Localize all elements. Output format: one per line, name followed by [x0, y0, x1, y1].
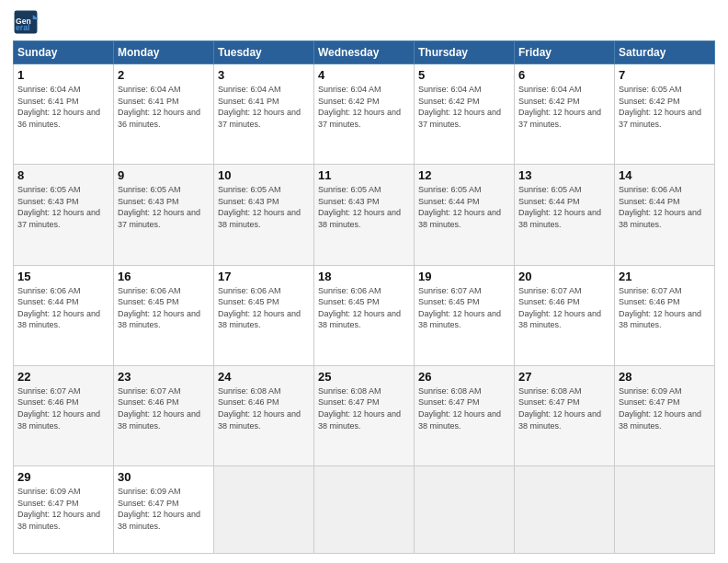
calendar-day-cell: 7Sunrise: 6:05 AMSunset: 6:42 PMDaylight… [615, 64, 715, 165]
calendar-day-cell: 19Sunrise: 6:07 AMSunset: 6:45 PMDayligh… [415, 265, 515, 365]
calendar-day-header: Wednesday [314, 41, 415, 64]
day-info: Sunrise: 6:08 AMSunset: 6:47 PMDaylight:… [318, 385, 410, 431]
day-info: Sunrise: 6:05 AMSunset: 6:43 PMDaylight:… [17, 184, 109, 230]
day-number: 2 [118, 68, 210, 82]
day-info: Sunrise: 6:05 AMSunset: 6:44 PMDaylight:… [518, 184, 610, 230]
calendar-day-cell: 15Sunrise: 6:06 AMSunset: 6:44 PMDayligh… [14, 265, 114, 365]
calendar-day-cell: 23Sunrise: 6:07 AMSunset: 6:46 PMDayligh… [114, 365, 214, 465]
calendar-week-row: 22Sunrise: 6:07 AMSunset: 6:46 PMDayligh… [14, 365, 715, 465]
day-info: Sunrise: 6:05 AMSunset: 6:44 PMDaylight:… [418, 184, 510, 230]
day-info: Sunrise: 6:04 AMSunset: 6:41 PMDaylight:… [218, 84, 310, 130]
day-info: Sunrise: 6:05 AMSunset: 6:43 PMDaylight:… [318, 184, 410, 230]
day-number: 18 [318, 270, 410, 283]
day-info: Sunrise: 6:04 AMSunset: 6:41 PMDaylight:… [17, 84, 109, 130]
day-number: 9 [118, 168, 210, 182]
calendar-week-row: 1Sunrise: 6:04 AMSunset: 6:41 PMDaylight… [14, 64, 715, 165]
calendar-day-cell: 25Sunrise: 6:08 AMSunset: 6:47 PMDayligh… [314, 365, 415, 465]
day-number: 25 [318, 370, 410, 384]
calendar-day-cell: 24Sunrise: 6:08 AMSunset: 6:46 PMDayligh… [214, 365, 314, 465]
calendar-day-cell: 18Sunrise: 6:06 AMSunset: 6:45 PMDayligh… [314, 265, 415, 365]
day-number: 28 [619, 370, 711, 384]
day-info: Sunrise: 6:07 AMSunset: 6:46 PMDaylight:… [619, 285, 711, 331]
calendar-week-row: 29Sunrise: 6:09 AMSunset: 6:47 PMDayligh… [14, 466, 715, 554]
calendar-day-cell: 22Sunrise: 6:07 AMSunset: 6:46 PMDayligh… [14, 365, 114, 465]
day-number: 10 [218, 168, 310, 182]
day-number: 6 [518, 68, 610, 82]
calendar-day-cell: 9Sunrise: 6:05 AMSunset: 6:43 PMDaylight… [114, 165, 214, 265]
calendar-day-cell: 27Sunrise: 6:08 AMSunset: 6:47 PMDayligh… [515, 365, 615, 465]
calendar-day-cell: 2Sunrise: 6:04 AMSunset: 6:41 PMDaylight… [114, 64, 214, 165]
day-number: 20 [518, 270, 610, 283]
day-number: 17 [218, 270, 310, 283]
svg-text:eral: eral [16, 23, 29, 32]
calendar-day-header: Saturday [615, 41, 715, 64]
day-number: 23 [118, 370, 210, 384]
calendar-table: SundayMondayTuesdayWednesdayThursdayFrid… [13, 40, 715, 554]
calendar-day-cell: 3Sunrise: 6:04 AMSunset: 6:41 PMDaylight… [214, 64, 314, 165]
day-info: Sunrise: 6:08 AMSunset: 6:47 PMDaylight:… [518, 385, 610, 431]
calendar-day-header: Tuesday [214, 41, 314, 64]
calendar-day-cell [415, 466, 515, 554]
day-info: Sunrise: 6:07 AMSunset: 6:46 PMDaylight:… [17, 385, 109, 431]
calendar-header-row: SundayMondayTuesdayWednesdayThursdayFrid… [14, 41, 715, 64]
calendar-day-cell: 1Sunrise: 6:04 AMSunset: 6:41 PMDaylight… [14, 64, 114, 165]
day-number: 29 [17, 470, 109, 484]
day-info: Sunrise: 6:06 AMSunset: 6:45 PMDaylight:… [118, 285, 210, 331]
day-number: 14 [619, 168, 711, 182]
day-info: Sunrise: 6:04 AMSunset: 6:42 PMDaylight:… [318, 84, 410, 130]
day-info: Sunrise: 6:06 AMSunset: 6:44 PMDaylight:… [17, 285, 109, 331]
calendar-day-cell: 20Sunrise: 6:07 AMSunset: 6:46 PMDayligh… [515, 265, 615, 365]
day-info: Sunrise: 6:05 AMSunset: 6:43 PMDaylight:… [218, 184, 310, 230]
day-info: Sunrise: 6:07 AMSunset: 6:46 PMDaylight:… [518, 285, 610, 331]
header: Gen eral [13, 9, 715, 35]
calendar-day-cell: 8Sunrise: 6:05 AMSunset: 6:43 PMDaylight… [14, 165, 114, 265]
day-info: Sunrise: 6:04 AMSunset: 6:42 PMDaylight:… [518, 84, 610, 130]
calendar-day-cell: 14Sunrise: 6:06 AMSunset: 6:44 PMDayligh… [615, 165, 715, 265]
calendar-day-cell: 12Sunrise: 6:05 AMSunset: 6:44 PMDayligh… [415, 165, 515, 265]
day-number: 27 [518, 370, 610, 384]
day-number: 4 [318, 68, 410, 82]
day-info: Sunrise: 6:08 AMSunset: 6:46 PMDaylight:… [218, 385, 310, 431]
calendar-week-row: 15Sunrise: 6:06 AMSunset: 6:44 PMDayligh… [14, 265, 715, 365]
day-info: Sunrise: 6:04 AMSunset: 6:41 PMDaylight:… [118, 84, 210, 130]
day-info: Sunrise: 6:09 AMSunset: 6:47 PMDaylight:… [619, 385, 711, 431]
calendar-day-cell: 29Sunrise: 6:09 AMSunset: 6:47 PMDayligh… [14, 466, 114, 554]
calendar-day-cell: 28Sunrise: 6:09 AMSunset: 6:47 PMDayligh… [615, 365, 715, 465]
calendar-day-header: Thursday [415, 41, 515, 64]
calendar-day-cell: 26Sunrise: 6:08 AMSunset: 6:47 PMDayligh… [415, 365, 515, 465]
day-number: 1 [17, 68, 109, 82]
calendar-day-header: Friday [515, 41, 615, 64]
logo-icon: Gen eral [13, 9, 39, 35]
day-number: 8 [17, 168, 109, 182]
calendar-day-cell [615, 466, 715, 554]
calendar-day-cell: 6Sunrise: 6:04 AMSunset: 6:42 PMDaylight… [515, 64, 615, 165]
day-info: Sunrise: 6:07 AMSunset: 6:45 PMDaylight:… [418, 285, 510, 331]
calendar-day-cell: 30Sunrise: 6:09 AMSunset: 6:47 PMDayligh… [114, 466, 214, 554]
day-info: Sunrise: 6:06 AMSunset: 6:44 PMDaylight:… [619, 184, 711, 230]
day-number: 30 [118, 470, 210, 484]
calendar-day-cell: 11Sunrise: 6:05 AMSunset: 6:43 PMDayligh… [314, 165, 415, 265]
day-number: 12 [418, 168, 510, 182]
day-number: 19 [418, 270, 510, 283]
calendar-day-cell [314, 466, 415, 554]
day-info: Sunrise: 6:05 AMSunset: 6:43 PMDaylight:… [118, 184, 210, 230]
calendar-day-cell: 17Sunrise: 6:06 AMSunset: 6:45 PMDayligh… [214, 265, 314, 365]
day-number: 16 [118, 270, 210, 283]
calendar-day-cell: 10Sunrise: 6:05 AMSunset: 6:43 PMDayligh… [214, 165, 314, 265]
calendar-day-cell: 16Sunrise: 6:06 AMSunset: 6:45 PMDayligh… [114, 265, 214, 365]
day-number: 5 [418, 68, 510, 82]
day-number: 11 [318, 168, 410, 182]
page: Gen eral SundayMondayTuesdayWednesdayThu… [0, 0, 728, 563]
day-info: Sunrise: 6:06 AMSunset: 6:45 PMDaylight:… [218, 285, 310, 331]
calendar-day-cell [515, 466, 615, 554]
calendar-day-cell: 4Sunrise: 6:04 AMSunset: 6:42 PMDaylight… [314, 64, 415, 165]
day-info: Sunrise: 6:08 AMSunset: 6:47 PMDaylight:… [418, 385, 510, 431]
day-number: 7 [619, 68, 711, 82]
day-number: 26 [418, 370, 510, 384]
day-number: 13 [518, 168, 610, 182]
day-info: Sunrise: 6:09 AMSunset: 6:47 PMDaylight:… [118, 486, 210, 532]
day-number: 3 [218, 68, 310, 82]
day-info: Sunrise: 6:06 AMSunset: 6:45 PMDaylight:… [318, 285, 410, 331]
day-number: 21 [619, 270, 711, 283]
calendar-day-header: Monday [114, 41, 214, 64]
